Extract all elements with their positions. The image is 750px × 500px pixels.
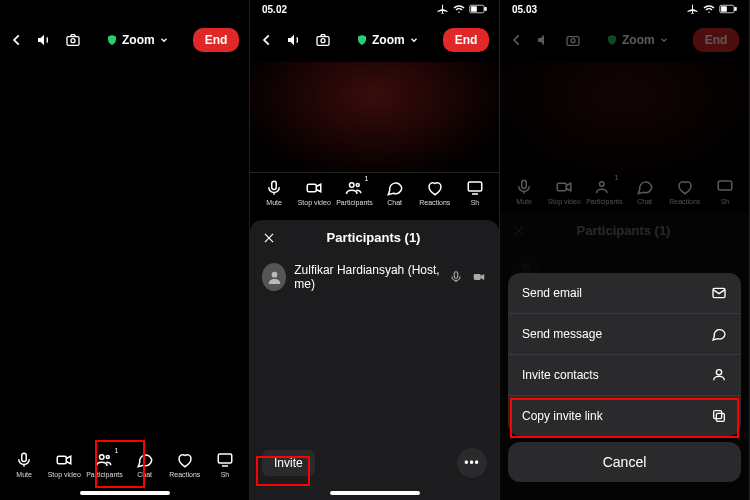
- tool-mute[interactable]: Mute: [254, 179, 294, 206]
- action-group: Send email Send message Invite contacts …: [508, 273, 741, 436]
- svg-rect-21: [721, 7, 726, 12]
- svg-rect-18: [474, 274, 481, 280]
- speaker-icon[interactable]: [286, 32, 302, 48]
- action-label: Copy invite link: [522, 409, 603, 423]
- tool-label: Reactions: [669, 198, 700, 205]
- wifi-icon: [453, 3, 465, 15]
- svg-rect-30: [716, 413, 724, 421]
- tool-chat[interactable]: Chat: [375, 179, 415, 206]
- shield-check-icon: [606, 34, 618, 46]
- zoom-title[interactable]: Zoom: [106, 33, 169, 47]
- invite-bar: Invite •••: [250, 440, 499, 486]
- phone-screen-3: 05.03 Zoom End Mute Stop video 1Particip…: [500, 0, 750, 500]
- meeting-video-area: [0, 62, 249, 445]
- tool-participants[interactable]: 1Participants: [334, 179, 374, 206]
- svg-point-4: [100, 455, 105, 460]
- svg-point-23: [571, 39, 575, 43]
- home-indicator: [250, 486, 499, 500]
- svg-rect-0: [67, 37, 79, 46]
- shield-check-icon: [106, 34, 118, 46]
- camera-switch-icon[interactable]: [314, 32, 332, 48]
- zoom-title: Zoom: [606, 33, 669, 47]
- end-button[interactable]: End: [443, 28, 490, 52]
- svg-rect-2: [22, 453, 27, 461]
- speaker-icon: [536, 32, 552, 48]
- speaker-icon[interactable]: [36, 32, 52, 48]
- zoom-title[interactable]: Zoom: [356, 33, 419, 47]
- end-button: End: [693, 28, 740, 52]
- svg-rect-10: [317, 37, 329, 46]
- tool-mute[interactable]: Mute: [4, 451, 44, 478]
- tool-label: Participants: [336, 199, 373, 206]
- tool-label: Chat: [387, 199, 402, 206]
- status-bar: 05.02: [250, 0, 499, 18]
- tool-reactions[interactable]: Reactions: [165, 451, 205, 478]
- back-icon[interactable]: [260, 33, 274, 47]
- svg-point-15: [357, 184, 360, 187]
- back-icon: [510, 33, 524, 47]
- airplane-icon: [437, 3, 449, 15]
- top-bar: Zoom End: [250, 18, 499, 62]
- action-send-email[interactable]: Send email: [508, 273, 741, 314]
- action-label: Invite contacts: [522, 368, 599, 382]
- mic-icon: [449, 270, 463, 284]
- action-invite-contacts[interactable]: Invite contacts: [508, 355, 741, 396]
- more-button[interactable]: •••: [457, 448, 487, 478]
- battery-icon: [469, 4, 487, 14]
- svg-rect-3: [58, 456, 67, 464]
- participant-name: Zulfikar Hardiansyah (Host, me): [294, 263, 441, 291]
- tool-share: Sh: [705, 178, 745, 205]
- tool-label: Stop video: [48, 471, 81, 478]
- status-time: 05.03: [512, 4, 537, 15]
- top-bar: Zoom End: [500, 18, 749, 62]
- battery-icon: [719, 4, 737, 14]
- svg-rect-9: [471, 7, 476, 12]
- tool-share[interactable]: Sh: [205, 451, 245, 478]
- sheet-header: Participants (1): [250, 220, 499, 255]
- tool-participants[interactable]: 1 Participants: [84, 451, 124, 478]
- action-label: Send email: [522, 286, 582, 300]
- svg-rect-31: [714, 411, 722, 419]
- participants-count-badge: 1: [115, 447, 119, 454]
- svg-rect-20: [735, 8, 737, 11]
- wifi-icon: [703, 3, 715, 15]
- tool-share[interactable]: Sh: [455, 179, 495, 206]
- tool-label: Mute: [16, 471, 32, 478]
- back-icon[interactable]: [10, 33, 24, 47]
- action-copy-invite-link[interactable]: Copy invite link: [508, 396, 741, 436]
- chevron-down-icon: [659, 35, 669, 45]
- tool-label: Chat: [637, 198, 652, 205]
- svg-point-5: [107, 456, 110, 459]
- tool-label: Participants: [86, 471, 123, 478]
- svg-rect-22: [567, 37, 579, 46]
- action-send-message[interactable]: Send message: [508, 314, 741, 355]
- svg-rect-16: [468, 182, 482, 191]
- camera-switch-icon[interactable]: [64, 32, 82, 48]
- participants-count-badge: 1: [365, 175, 369, 182]
- tool-stop-video[interactable]: Stop video: [44, 451, 84, 478]
- tool-mute: Mute: [504, 178, 544, 205]
- video-icon: [471, 270, 487, 284]
- chevron-down-icon: [409, 35, 419, 45]
- camera-switch-icon: [564, 32, 582, 48]
- svg-rect-6: [218, 454, 232, 463]
- tool-label: Reactions: [169, 471, 200, 478]
- tool-stop-video[interactable]: Stop video: [294, 179, 334, 206]
- avatar: [262, 263, 286, 291]
- bottom-toolbar: Mute Stop video 1Participants Chat React…: [250, 172, 499, 214]
- tool-reactions[interactable]: Reactions: [415, 179, 455, 206]
- action-cancel[interactable]: Cancel: [508, 442, 741, 482]
- participant-row[interactable]: Zulfikar Hardiansyah (Host, me): [250, 255, 499, 299]
- tool-label: Mute: [266, 199, 282, 206]
- home-indicator: [0, 486, 249, 500]
- svg-rect-24: [522, 180, 527, 188]
- status-bar: 05.03: [500, 0, 749, 18]
- phone-screen-2: 05.02 Zoom End Mute Stop video 1Particip…: [250, 0, 500, 500]
- participants-sheet: Participants (1) Zulfikar Hardiansyah (H…: [250, 220, 499, 500]
- envel全-icon: [711, 285, 727, 301]
- sheet-title: Participants (1): [260, 230, 487, 245]
- tool-chat[interactable]: Chat: [125, 451, 165, 478]
- bottom-toolbar: Mute Stop video 1Participants Chat React…: [500, 172, 749, 213]
- end-button[interactable]: End: [193, 28, 240, 52]
- invite-button[interactable]: Invite: [262, 450, 315, 476]
